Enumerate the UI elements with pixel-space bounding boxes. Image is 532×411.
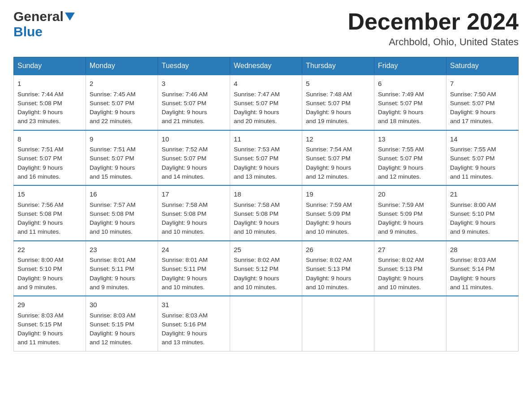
- page-header: General Blue December 2024 Archbold, Ohi…: [13, 9, 519, 48]
- table-row: 28 Sunrise: 8:03 AM Sunset: 5:14 PM Dayl…: [446, 241, 519, 296]
- table-row: 11 Sunrise: 7:53 AM Sunset: 5:07 PM Dayl…: [230, 130, 302, 186]
- daylight-label: Daylight: 9 hours: [162, 109, 207, 116]
- month-title: December 2024: [348, 9, 519, 34]
- sunset-label: Sunset: 5:07 PM: [378, 100, 423, 107]
- sunrise-label: Sunrise: 7:44 AM: [17, 91, 64, 98]
- table-row: 30 Sunrise: 8:03 AM Sunset: 5:15 PM Dayl…: [86, 296, 158, 351]
- sunset-label: Sunset: 5:12 PM: [234, 265, 279, 272]
- sunrise-label: Sunrise: 8:03 AM: [162, 312, 208, 319]
- sunrise-label: Sunrise: 7:48 AM: [306, 91, 352, 98]
- table-row: 17 Sunrise: 7:58 AM Sunset: 5:08 PM Dayl…: [158, 185, 230, 241]
- daylight-label: Daylight: 9 hours: [450, 164, 495, 171]
- week-row-4: 22 Sunrise: 8:00 AM Sunset: 5:10 PM Dayl…: [14, 241, 519, 296]
- table-row: [230, 296, 302, 351]
- daylight-label: Daylight: 9 hours: [17, 164, 63, 171]
- daylight-label: Daylight: 9 hours: [90, 275, 135, 282]
- week-row-2: 8 Sunrise: 7:51 AM Sunset: 5:07 PM Dayli…: [14, 130, 519, 186]
- daylight-minutes: and 13 minutes.: [234, 173, 277, 180]
- day-number: 1: [17, 79, 82, 89]
- daylight-minutes: and 18 minutes.: [378, 118, 421, 124]
- col-thursday: Thursday: [302, 57, 374, 75]
- table-row: 1 Sunrise: 7:44 AM Sunset: 5:08 PM Dayli…: [14, 75, 86, 130]
- sunset-label: Sunset: 5:07 PM: [378, 155, 423, 162]
- daylight-minutes: and 11 minutes.: [17, 339, 60, 346]
- sunset-label: Sunset: 5:08 PM: [234, 210, 279, 217]
- sunrise-label: Sunrise: 8:02 AM: [234, 257, 280, 263]
- week-row-5: 29 Sunrise: 8:03 AM Sunset: 5:15 PM Dayl…: [14, 296, 519, 351]
- daylight-label: Daylight: 9 hours: [162, 164, 207, 171]
- sunset-label: Sunset: 5:13 PM: [306, 265, 351, 272]
- table-row: 18 Sunrise: 7:58 AM Sunset: 5:08 PM Dayl…: [230, 185, 302, 241]
- calendar-table: Sunday Monday Tuesday Wednesday Thursday…: [13, 57, 519, 351]
- day-number: 23: [90, 245, 154, 255]
- sunset-label: Sunset: 5:11 PM: [90, 265, 134, 272]
- table-row: 9 Sunrise: 7:51 AM Sunset: 5:07 PM Dayli…: [86, 130, 158, 186]
- sunrise-label: Sunrise: 8:01 AM: [162, 257, 208, 263]
- sunrise-label: Sunrise: 7:51 AM: [90, 146, 136, 153]
- day-number: 25: [234, 245, 298, 255]
- daylight-label: Daylight: 9 hours: [17, 275, 63, 282]
- daylight-label: Daylight: 9 hours: [378, 164, 423, 171]
- sunset-label: Sunset: 5:08 PM: [90, 210, 134, 217]
- calendar-header-row: Sunday Monday Tuesday Wednesday Thursday…: [14, 57, 519, 75]
- table-row: [302, 296, 374, 351]
- sunrise-label: Sunrise: 8:01 AM: [90, 257, 136, 263]
- daylight-minutes: and 9 minutes.: [90, 284, 129, 291]
- day-number: 16: [90, 189, 154, 200]
- table-row: 21 Sunrise: 8:00 AM Sunset: 5:10 PM Dayl…: [446, 185, 519, 241]
- daylight-label: Daylight: 9 hours: [234, 275, 279, 282]
- sunrise-label: Sunrise: 7:58 AM: [234, 201, 280, 208]
- daylight-label: Daylight: 9 hours: [90, 109, 135, 116]
- daylight-label: Daylight: 9 hours: [306, 275, 351, 282]
- table-row: 10 Sunrise: 7:52 AM Sunset: 5:07 PM Dayl…: [158, 130, 230, 186]
- daylight-label: Daylight: 9 hours: [306, 219, 351, 226]
- daylight-minutes: and 20 minutes.: [234, 118, 277, 124]
- location-title: Archbold, Ohio, United States: [348, 36, 519, 48]
- day-number: 15: [17, 189, 82, 200]
- sunset-label: Sunset: 5:08 PM: [162, 210, 206, 217]
- sunrise-label: Sunrise: 7:45 AM: [90, 91, 136, 98]
- daylight-minutes: and 19 minutes.: [306, 118, 349, 124]
- sunset-label: Sunset: 5:15 PM: [90, 321, 134, 328]
- daylight-minutes: and 14 minutes.: [162, 173, 205, 180]
- sunrise-label: Sunrise: 8:03 AM: [17, 312, 64, 319]
- daylight-label: Daylight: 9 hours: [234, 164, 279, 171]
- daylight-label: Daylight: 9 hours: [90, 330, 135, 337]
- daylight-minutes: and 9 minutes.: [378, 228, 418, 235]
- sunset-label: Sunset: 5:10 PM: [450, 210, 495, 217]
- table-row: 8 Sunrise: 7:51 AM Sunset: 5:07 PM Dayli…: [14, 130, 86, 186]
- day-number: 26: [306, 245, 370, 255]
- sunrise-label: Sunrise: 8:00 AM: [17, 257, 64, 263]
- table-row: 23 Sunrise: 8:01 AM Sunset: 5:11 PM Dayl…: [86, 241, 158, 296]
- sunset-label: Sunset: 5:07 PM: [234, 155, 279, 162]
- sunset-label: Sunset: 5:10 PM: [17, 265, 62, 272]
- sunset-label: Sunset: 5:16 PM: [162, 321, 206, 328]
- daylight-label: Daylight: 9 hours: [17, 109, 63, 116]
- daylight-minutes: and 21 minutes.: [162, 118, 205, 124]
- sunset-label: Sunset: 5:13 PM: [378, 265, 423, 272]
- sunset-label: Sunset: 5:08 PM: [17, 210, 62, 217]
- daylight-label: Daylight: 9 hours: [450, 275, 495, 282]
- daylight-minutes: and 17 minutes.: [450, 118, 493, 124]
- daylight-minutes: and 10 minutes.: [162, 228, 205, 235]
- day-number: 8: [17, 134, 82, 145]
- day-number: 18: [234, 189, 298, 200]
- day-number: 10: [162, 134, 226, 145]
- table-row: 19 Sunrise: 7:59 AM Sunset: 5:09 PM Dayl…: [302, 185, 374, 241]
- table-row: 6 Sunrise: 7:49 AM Sunset: 5:07 PM Dayli…: [374, 75, 446, 130]
- table-row: 29 Sunrise: 8:03 AM Sunset: 5:15 PM Dayl…: [14, 296, 86, 351]
- logo-blue-text: Blue: [13, 24, 43, 39]
- col-saturday: Saturday: [446, 57, 519, 75]
- daylight-minutes: and 10 minutes.: [306, 228, 349, 235]
- sunrise-label: Sunrise: 8:03 AM: [90, 312, 136, 319]
- day-number: 24: [162, 245, 226, 255]
- sunrise-label: Sunrise: 7:53 AM: [234, 146, 280, 153]
- sunrise-label: Sunrise: 8:02 AM: [306, 257, 352, 263]
- daylight-minutes: and 11 minutes.: [17, 228, 60, 235]
- day-number: 7: [450, 79, 515, 89]
- daylight-minutes: and 11 minutes.: [450, 284, 493, 291]
- table-row: 27 Sunrise: 8:02 AM Sunset: 5:13 PM Dayl…: [374, 241, 446, 296]
- table-row: 16 Sunrise: 7:57 AM Sunset: 5:08 PM Dayl…: [86, 185, 158, 241]
- daylight-minutes: and 10 minutes.: [378, 284, 421, 291]
- sunrise-label: Sunrise: 7:58 AM: [162, 201, 208, 208]
